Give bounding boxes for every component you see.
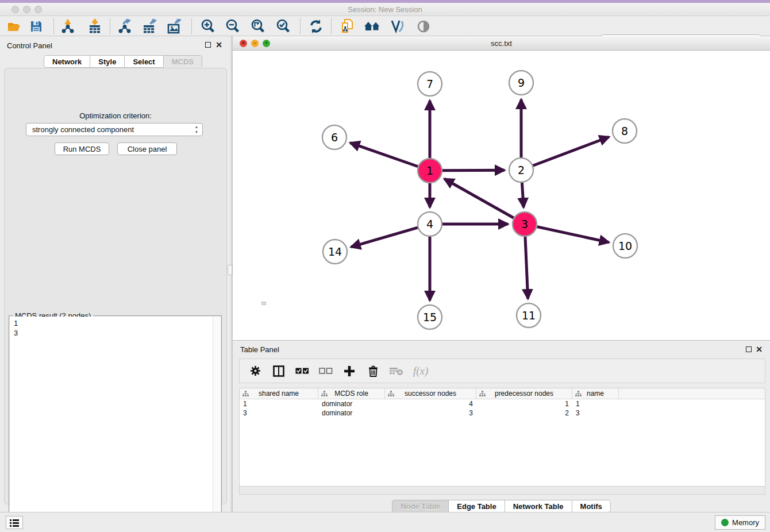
titlebar: Session: New Session (0, 3, 770, 16)
tab-motifs[interactable]: Motifs (572, 500, 611, 512)
delete-table-button[interactable] (390, 364, 403, 378)
table-cell: 3 (572, 408, 619, 418)
zoom-fit-button[interactable] (248, 18, 268, 34)
column-header-label: name (587, 390, 604, 398)
zoom-out-icon (225, 19, 240, 34)
edge-4-14[interactable] (351, 228, 418, 247)
zoom-in-button[interactable] (198, 18, 218, 34)
table-cell: 2 (476, 408, 572, 418)
network-window-title: scc.txt (233, 39, 770, 48)
tab-style[interactable]: Style (90, 55, 124, 68)
edge-2-3[interactable] (522, 183, 523, 207)
network-window-titlebar[interactable]: ✕ − + scc.txt (233, 36, 770, 51)
tab-select[interactable]: Select (124, 55, 163, 68)
table-row[interactable]: 3dominator323 (240, 408, 765, 418)
table-cell: 3 (240, 408, 318, 418)
panel-divider-handle[interactable] (228, 265, 232, 275)
save-session-button[interactable] (26, 18, 46, 34)
column-type-icon (321, 391, 328, 397)
horizontal-divider-handle[interactable] (261, 302, 266, 305)
table-cell: dominator (318, 399, 385, 408)
edge-1-2[interactable] (442, 170, 505, 171)
table-footer-bar (239, 487, 765, 495)
hide-panel-button[interactable] (414, 18, 433, 34)
table-header-row: shared nameMCDS rolesuccessor nodesprede… (240, 388, 765, 399)
node-label-3: 3 (521, 218, 528, 230)
open-session-button[interactable] (5, 18, 24, 34)
mcds-result-item: 1 (14, 318, 213, 328)
edge-2-8[interactable] (533, 137, 609, 165)
node-label-8: 8 (621, 125, 628, 137)
export-table-button[interactable] (141, 18, 160, 34)
memory-button[interactable]: Memory (715, 515, 765, 530)
run-mcds-button[interactable]: Run MCDS (55, 142, 109, 155)
edge-1-6[interactable] (350, 143, 418, 167)
float-table-panel-icon[interactable] (746, 346, 752, 352)
column-layout-button[interactable] (272, 364, 286, 378)
column-header-successor-nodes[interactable]: successor nodes (385, 388, 476, 399)
home-icon (364, 20, 381, 33)
gear-icon (250, 365, 261, 376)
criterion-dropdown[interactable]: strongly connected component ▲▼ (26, 123, 203, 136)
edge-3-11[interactable] (525, 237, 528, 299)
export-image-button[interactable] (165, 18, 185, 34)
table-body: 1dominator4113dominator323 (240, 399, 765, 418)
task-history-button[interactable] (6, 516, 23, 529)
plus-icon (344, 365, 355, 377)
node-label-7: 7 (426, 78, 433, 90)
style-preview-button[interactable] (388, 18, 407, 34)
import-table-icon (88, 19, 102, 34)
criterion-value: strongly connected component (32, 125, 134, 134)
close-panel-icon[interactable]: ✕ (215, 42, 222, 48)
zoom-out-button[interactable] (223, 18, 242, 34)
select-all-button[interactable] (295, 364, 309, 378)
column-header-label: predecessor nodes (495, 390, 553, 398)
import-table-button[interactable] (85, 18, 105, 34)
tab-mcds[interactable]: MCDS (163, 55, 202, 68)
zoom-selected-icon (276, 19, 291, 34)
tab-network-table[interactable]: Network Table (505, 500, 572, 512)
delete-column-button[interactable] (366, 364, 380, 378)
column-header-name[interactable]: name (572, 388, 619, 399)
edge-3-1[interactable] (444, 179, 514, 218)
refresh-button[interactable] (306, 18, 326, 34)
table-cell: 1 (240, 399, 318, 408)
mcds-result-list: 1 3 (10, 317, 213, 530)
add-column-button[interactable] (342, 364, 356, 378)
column-header-label: successor nodes (405, 390, 456, 398)
refresh-icon (309, 19, 324, 34)
column-header-MCDS-role[interactable]: MCDS role (318, 388, 385, 399)
node-label-2: 2 (518, 164, 525, 176)
node-table[interactable]: shared nameMCDS rolesuccessor nodesprede… (239, 388, 765, 487)
node-label-1: 1 (426, 164, 433, 177)
tab-edge-table[interactable]: Edge Table (448, 500, 504, 512)
table-row[interactable]: 1dominator411 (240, 399, 765, 408)
import-network-button[interactable] (58, 18, 78, 34)
network-canvas[interactable]: 7968124314101511 (233, 51, 769, 340)
node-label-10: 10 (618, 240, 632, 252)
clone-network-button[interactable] (338, 18, 357, 34)
export-image-icon (167, 19, 183, 34)
float-panel-icon[interactable] (205, 42, 211, 48)
function-builder-button[interactable]: f(x) (413, 365, 428, 377)
column-header-predecessor-nodes[interactable]: predecessor nodes (476, 388, 572, 399)
node-label-4: 4 (426, 218, 433, 230)
network-view-window: ✕ − + scc.txt 7968124314101511 (232, 36, 770, 340)
settings-gear-button[interactable] (248, 364, 262, 378)
tab-node-table[interactable]: Node Table (392, 500, 448, 512)
import-network-icon (61, 19, 75, 34)
home-button[interactable] (363, 18, 382, 34)
deselect-all-button[interactable] (319, 364, 333, 378)
zoom-selected-button[interactable] (274, 18, 293, 34)
edge-3-10[interactable] (537, 227, 609, 242)
close-panel-button[interactable]: Close panel (117, 142, 177, 155)
table-tabs: Node Table Edge Table Network Table Moti… (233, 500, 770, 512)
export-network-button[interactable] (116, 18, 135, 34)
result-scrollbar[interactable] (213, 317, 221, 530)
table-panel-title: Table Panel (240, 345, 279, 354)
toolbar-separator (191, 18, 192, 34)
column-type-icon (388, 391, 394, 397)
tab-network[interactable]: Network (44, 55, 90, 68)
close-table-panel-icon[interactable]: ✕ (756, 346, 763, 352)
column-header-shared-name[interactable]: shared name (240, 388, 318, 399)
